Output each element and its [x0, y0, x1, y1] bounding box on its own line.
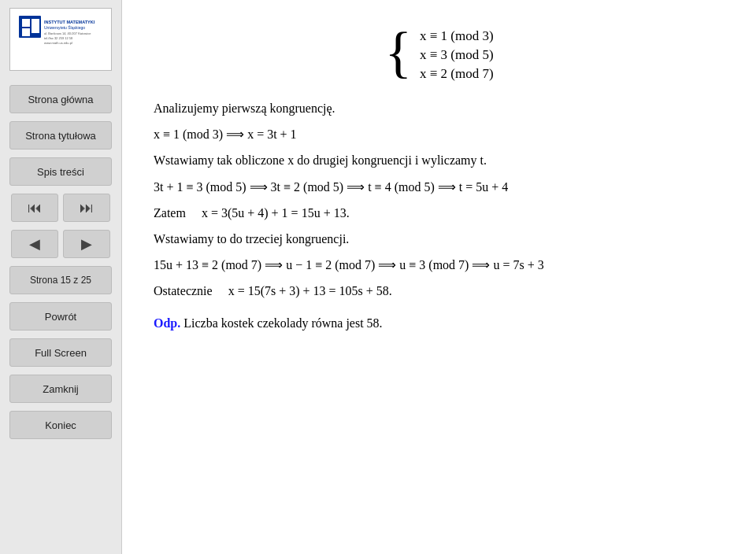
- paragraph-8-math: x = 15(7s + 3) + 13 = 105s + 58.: [228, 284, 392, 297]
- svg-rect-2: [22, 28, 30, 36]
- sidebar: INSTYTUT MATEMATYKI Uniwersytetu Śląskie…: [0, 0, 122, 554]
- paragraph-5: Zatem x = 3(5u + 4) + 1 = 15u + 13.: [154, 202, 724, 223]
- svg-text:ul. Bankowa 14, 40-007 Katowic: ul. Bankowa 14, 40-007 Katowice: [44, 31, 91, 35]
- svg-text:Uniwersytetu Śląskiego: Uniwersytetu Śląskiego: [44, 25, 85, 30]
- paragraph-5-math: x = 3(5u + 4) + 1 = 15u + 13.: [202, 206, 350, 220]
- paragraph-3: Wstawiamy tak obliczone x do drugiej kon…: [154, 150, 724, 171]
- institute-logo: INSTYTUT MATEMATYKI Uniwersytetu Śląskie…: [17, 14, 104, 65]
- nav-spis-tresci[interactable]: Spis treści: [9, 157, 112, 186]
- paragraph-6: Wstawiamy to do trzeciej kongruencji.: [154, 228, 724, 249]
- system-line-2: x ≡ 3 (mod 5): [420, 47, 494, 63]
- system-lines: x ≡ 1 (mod 3) x ≡ 3 (mod 5) x ≡ 2 (mod 7…: [420, 24, 494, 82]
- paragraph-8-pre: Ostatecznie: [154, 284, 213, 297]
- nav-rewind-button[interactable]: ⏮: [11, 194, 58, 222]
- main-content: { x ≡ 1 (mod 3) x ≡ 3 (mod 5) x ≡ 2 (mod…: [122, 0, 756, 554]
- nav-prev-button[interactable]: ◀: [11, 230, 58, 258]
- nav-strona-tytulowa[interactable]: Strona tytułowa: [9, 121, 112, 150]
- svg-text:INSTYTUT MATEMATYKI: INSTYTUT MATEMATYKI: [44, 20, 95, 24]
- svg-text:tel./fax 32 259 12 58: tel./fax 32 259 12 58: [44, 36, 73, 40]
- nav-arrows-row1: ⏮ ⏭: [11, 194, 110, 222]
- koniec-button[interactable]: Koniec: [9, 411, 112, 439]
- paragraph-1: Analizujemy pierwszą kongruencję.: [154, 98, 724, 119]
- powrot-button[interactable]: Powrót: [9, 302, 112, 331]
- nav-next-button[interactable]: ▶: [63, 230, 110, 258]
- zamknij-button[interactable]: Zamknij: [9, 375, 112, 403]
- nav-arrows-row2: ◀ ▶: [11, 230, 110, 258]
- paragraph-8: Ostatecznie x = 15(7s + 3) + 13 = 105s +…: [154, 280, 724, 301]
- logo-area: INSTYTUT MATEMATYKI Uniwersytetu Śląskie…: [9, 8, 112, 71]
- system-line-3: x ≡ 2 (mod 7): [420, 66, 494, 82]
- answer-label: Odp.: [154, 316, 180, 330]
- svg-text:www.math.us.edu.pl: www.math.us.edu.pl: [44, 41, 72, 45]
- svg-rect-1: [22, 19, 30, 27]
- paragraph-4: 3t + 1 ≡ 3 (mod 5) ⟹ 3t ≡ 2 (mod 5) ⟹ t …: [154, 176, 724, 198]
- left-brace: {: [384, 24, 412, 80]
- answer-text: Liczba kostek czekolady równa jest 58.: [180, 316, 382, 330]
- paragraph-7: 15u + 13 ≡ 2 (mod 7) ⟹ u − 1 ≡ 2 (mod 7)…: [154, 254, 724, 275]
- nav-strona-glowna[interactable]: Strona główna: [9, 85, 112, 113]
- paragraph-2: x ≡ 1 (mod 3) ⟹ x = 3t + 1: [154, 124, 724, 145]
- paragraph-5-pre: Zatem: [154, 206, 186, 220]
- congruence-system: { x ≡ 1 (mod 3) x ≡ 3 (mod 5) x ≡ 2 (mod…: [154, 24, 724, 82]
- solution-text: Analizujemy pierwszą kongruencję. x ≡ 1 …: [154, 98, 724, 302]
- answer-line: Odp. Liczba kostek czekolady równa jest …: [154, 316, 724, 331]
- page-info: Strona 15 z 25: [9, 266, 112, 294]
- nav-forward-button[interactable]: ⏭: [63, 194, 110, 222]
- full-screen-button[interactable]: Full Screen: [9, 338, 112, 367]
- svg-rect-3: [32, 19, 39, 33]
- system-line-1: x ≡ 1 (mod 3): [420, 28, 494, 44]
